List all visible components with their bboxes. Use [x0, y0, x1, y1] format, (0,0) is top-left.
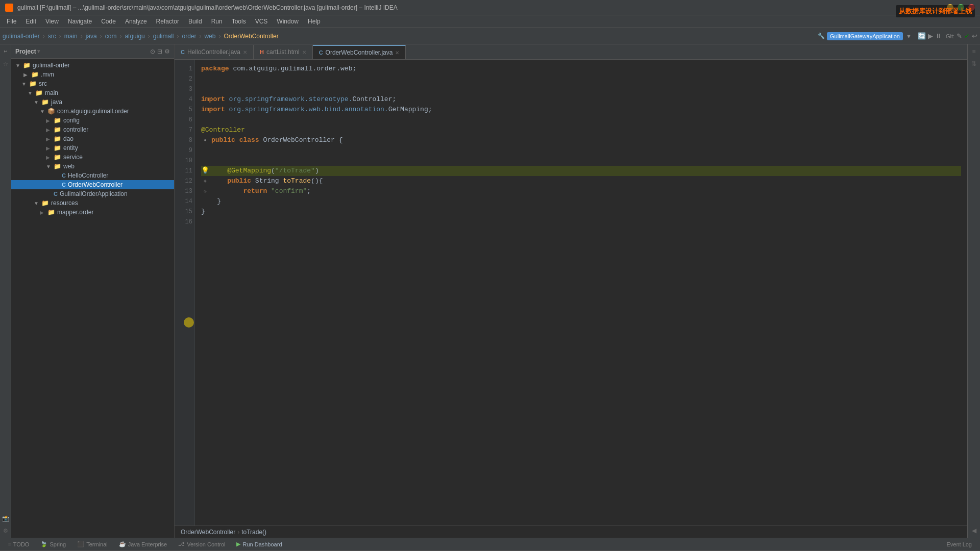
menu-bar: FileEditViewNavigateCodeAnalyzeRefactorB… — [0, 15, 980, 28]
tree-config[interactable]: ▶ 📁 config — [11, 116, 174, 125]
breadcrumb-atguigu[interactable]: atguigu — [125, 33, 144, 40]
tab-cart-list[interactable]: H cartList.html ✕ — [254, 45, 313, 59]
breadcrumb-gulimall[interactable]: gulimall — [153, 33, 174, 40]
left-icon-2[interactable]: ☆ — [1, 59, 11, 69]
menu-item-build[interactable]: Build — [184, 16, 206, 27]
tab-version-control[interactable]: ⎇ Version Control — [173, 539, 230, 549]
left-icon-1[interactable]: 1 — [1, 46, 11, 57]
menu-item-tools[interactable]: Tools — [228, 16, 250, 27]
breadcrumb-order[interactable]: order — [182, 33, 196, 40]
main-layout: 1 ☆ 📸 ⚙ Project ▼ ⊙ ⊟ ⚙ ▼ 📁 gulimall-ord… — [0, 44, 980, 538]
tree-entity[interactable]: ▶ 📁 entity — [11, 143, 174, 153]
code-line-15: } — [201, 207, 961, 217]
left-icon-3[interactable]: 📸 — [1, 513, 11, 523]
title-text: gulimall [F:\gulimall] – ...\gulimall-or… — [17, 4, 947, 11]
html-icon: H — [260, 49, 264, 55]
menu-item-view[interactable]: View — [41, 16, 63, 27]
menu-item-help[interactable]: Help — [304, 16, 325, 27]
java-icon: C — [181, 49, 185, 55]
tab-order-label: OrderWebController.java — [326, 49, 393, 56]
tab-hello-controller[interactable]: C HelloController.java ✕ — [175, 45, 254, 59]
breadcrumb-class-name[interactable]: OrderWebController — [181, 529, 235, 536]
menu-item-refactor[interactable]: Refactor — [152, 16, 183, 27]
menu-item-navigate[interactable]: Navigate — [64, 16, 96, 27]
menu-item-analyze[interactable]: Analyze — [121, 16, 151, 27]
tree-hello-label: HelloController — [68, 172, 108, 179]
run-dashboard-icon: ▶ — [236, 541, 240, 547]
menu-item-code[interactable]: Code — [97, 16, 120, 27]
code-line-4: import org.springframework.stereotype.Co… — [201, 94, 961, 105]
tree-dao[interactable]: ▶ 📁 dao — [11, 134, 174, 143]
tab-todo[interactable]: ≡ TODO — [3, 540, 34, 549]
sidebar-settings-icon[interactable]: ⚙ — [164, 48, 170, 55]
run-config-selector[interactable]: GulimallGatewayApplication — [827, 32, 903, 40]
right-sidebar: ≡ ⇅ ◀ — [967, 44, 980, 538]
left-icon-4[interactable]: ⚙ — [1, 525, 11, 536]
menu-item-window[interactable]: Window — [273, 16, 303, 27]
tree-order-web-controller[interactable]: ▶ C OrderWebController — [11, 180, 174, 189]
menu-item-edit[interactable]: Edit — [21, 16, 40, 27]
breadcrumb-gulimall-order[interactable]: gulimall-order — [3, 33, 40, 40]
tree-entity-label: entity — [63, 144, 78, 152]
sidebar-collapse-icon[interactable]: ⊟ — [157, 48, 162, 55]
tab-spring[interactable]: 🍃 Spring — [35, 539, 71, 549]
code-editor[interactable]: package com.atguigu.gulimall.order.web; … — [195, 60, 967, 525]
tree-root[interactable]: ▼ 📁 gulimall-order — [11, 61, 174, 70]
editor-tabs: C HelloController.java ✕ H cartList.html… — [175, 44, 967, 60]
tree-web[interactable]: ▼ 📁 web — [11, 162, 174, 171]
tree-package[interactable]: ▼ 📦 com.atguigu.gulimall.order — [11, 107, 174, 116]
tree-mapper[interactable]: ▶ 📁 mapper.order — [11, 208, 174, 217]
tree-mapper-label: mapper.order — [57, 209, 93, 216]
tab-terminal[interactable]: ⬛ Terminal — [72, 539, 113, 549]
code-line-2 — [201, 74, 961, 84]
tree-controller[interactable]: ▶ 📁 controller — [11, 125, 174, 134]
menu-item-run[interactable]: Run — [207, 16, 227, 27]
right-icon-3[interactable]: ◀ — [969, 525, 979, 536]
code-line-5: import org.springframework.web.bind.anno… — [201, 105, 961, 115]
menu-item-vcs[interactable]: VCS — [251, 16, 272, 27]
tree-hello-controller[interactable]: ▶ C HelloController — [11, 171, 174, 180]
terminal-label: Terminal — [86, 541, 108, 547]
left-icons-panel: 1 ☆ 📸 ⚙ — [0, 44, 11, 538]
tree-order-app[interactable]: ▶ C GulimallOrderApplication — [11, 189, 174, 198]
tab-cart-close[interactable]: ✕ — [302, 49, 306, 55]
tree-main-label: main — [45, 89, 58, 96]
tree-java[interactable]: ▼ 📁 java — [11, 97, 174, 107]
tree-src[interactable]: ▼ 📁 src — [11, 79, 174, 88]
tab-run-dashboard[interactable]: ▶ Run Dashboard — [231, 539, 287, 549]
breadcrumb-method-name[interactable]: toTrade() — [241, 529, 266, 536]
tree-controller-label: controller — [63, 126, 88, 133]
tree-dao-label: dao — [63, 135, 74, 142]
code-line-3 — [201, 84, 961, 94]
right-icon-2[interactable]: ⇅ — [969, 59, 979, 69]
breadcrumb-main[interactable]: main — [64, 33, 78, 40]
breadcrumb-web[interactable]: web — [204, 33, 215, 40]
tab-hello-close[interactable]: ✕ — [243, 49, 247, 55]
tree-mvn[interactable]: ▶ 📁 .mvn — [11, 70, 174, 79]
tree-mvn-label: .mvn — [41, 71, 54, 78]
run-dashboard-tab-label: Run Dashboard — [242, 541, 282, 547]
right-icon-1[interactable]: ≡ — [969, 46, 979, 57]
tree-main[interactable]: ▼ 📁 main — [11, 88, 174, 97]
tab-event-log[interactable]: Event Log — [941, 540, 977, 549]
sidebar-scope-icon[interactable]: ⊙ — [150, 48, 155, 55]
toolbar: gulimall-order › src › main › java › com… — [0, 28, 980, 44]
breadcrumb-src[interactable]: src — [48, 33, 56, 40]
tab-java-enterprise[interactable]: ☕ Java Enterprise — [114, 539, 172, 549]
breadcrumb-com[interactable]: com — [105, 33, 117, 40]
code-line-12: ◉ public String toTrade(){ — [201, 176, 961, 186]
code-line-7: @Controller — [201, 125, 961, 135]
code-line-11: 💡 @GetMapping("/toTrade") — [201, 166, 961, 176]
tree-resources[interactable]: ▼ 📁 resources — [11, 198, 174, 208]
tree-root-label: gulimall-order — [33, 62, 70, 69]
version-control-icon: ⎇ — [178, 541, 185, 547]
breadcrumb-controller[interactable]: OrderWebController — [224, 33, 279, 40]
tab-order-close[interactable]: ✕ — [395, 50, 399, 56]
code-line-1: package com.atguigu.gulimall.order.web; — [201, 64, 961, 74]
breadcrumb-java[interactable]: java — [86, 33, 97, 40]
tab-order-web-controller[interactable]: C OrderWebController.java ✕ — [313, 45, 406, 59]
project-tree: ▼ 📁 gulimall-order ▶ 📁 .mvn ▼ 📁 src ▼ 📁 … — [11, 59, 174, 538]
menu-item-file[interactable]: File — [3, 16, 20, 27]
tree-service[interactable]: ▶ 📁 service — [11, 153, 174, 162]
tree-order-app-label: GulimallOrderApplication — [60, 190, 128, 197]
